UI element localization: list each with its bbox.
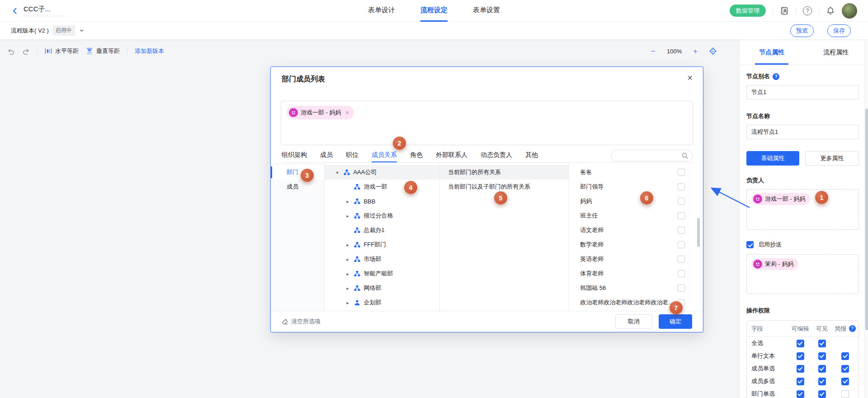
caret-right-icon[interactable]	[346, 213, 354, 218]
perm-checkbox-visible[interactable]	[818, 390, 826, 398]
contacts-icon[interactable]	[780, 6, 789, 15]
tree-item[interactable]: AAA公司	[325, 165, 439, 180]
caret-down-icon[interactable]	[336, 170, 344, 175]
tree-item[interactable]: 市场部	[325, 252, 439, 266]
member-checkbox[interactable]	[678, 227, 685, 234]
header-tab-3[interactable]: 表单设置	[473, 0, 500, 22]
tree-item[interactable]: 很过分合格	[325, 208, 439, 223]
scrollbar-thumb[interactable]	[865, 109, 868, 330]
tree-item[interactable]: 游戏一部	[325, 180, 439, 194]
caret-right-icon[interactable]	[346, 242, 354, 247]
modal-left-nav-item[interactable]: 部门	[271, 165, 324, 180]
remove-tag-icon[interactable]	[345, 110, 349, 116]
member-row[interactable]: 爸爸	[569, 165, 703, 180]
sidebar-tab-2[interactable]: 流程属性	[804, 40, 868, 65]
member-row[interactable]: 班主任	[569, 208, 703, 223]
perm-checkbox-visible[interactable]	[818, 365, 826, 373]
perm-checkbox-visible[interactable]	[818, 352, 826, 360]
perm-checkbox-digest[interactable]	[841, 365, 849, 373]
perm-checkbox-visible[interactable]	[818, 340, 826, 347]
caret-right-icon[interactable]	[346, 199, 354, 204]
perm-checkbox-editable[interactable]	[797, 378, 804, 385]
zoom-out-icon[interactable]	[651, 47, 656, 55]
perm-checkbox-editable[interactable]	[797, 365, 804, 373]
member-checkbox[interactable]	[678, 198, 685, 205]
tree-item[interactable]: 总裁办1	[325, 223, 439, 237]
header-tab-1[interactable]: 表单设计	[368, 0, 395, 22]
add-version-link[interactable]: 添加新版本	[135, 47, 164, 55]
tree-item[interactable]: FFF部门	[325, 237, 439, 252]
node-alias-input[interactable]	[746, 85, 859, 100]
horizontal-spacing-button[interactable]: 水平等距	[45, 47, 79, 55]
back-button[interactable]	[11, 7, 19, 15]
perm-checkbox-editable[interactable]	[797, 390, 804, 398]
caret-right-icon[interactable]	[346, 300, 354, 305]
perm-checkbox-editable[interactable]	[797, 352, 804, 360]
zoom-in-icon[interactable]	[693, 47, 698, 55]
member-row[interactable]: 语文老师	[569, 223, 703, 237]
help-icon[interactable]	[803, 6, 812, 15]
caret-right-icon[interactable]	[346, 286, 354, 291]
header-tab-2[interactable]: 流程设定	[420, 0, 448, 22]
perm-checkbox-editable[interactable]	[797, 340, 804, 347]
member-checkbox[interactable]	[678, 183, 685, 190]
tree-item[interactable]: BBB	[325, 194, 439, 208]
member-checkbox[interactable]	[678, 284, 685, 292]
cc-field[interactable]: 茉莉 - 妈妈	[746, 254, 859, 294]
help-icon[interactable]	[773, 73, 779, 80]
member-checkbox[interactable]	[678, 212, 685, 219]
clear-selection-button[interactable]: 清空所选项	[282, 317, 321, 326]
more-properties-button[interactable]: 更多属性	[805, 151, 859, 166]
member-row[interactable]: 英语老师	[569, 252, 703, 266]
perm-checkbox-digest[interactable]	[841, 390, 849, 398]
member-row[interactable]: 韩国福 56	[569, 281, 703, 295]
sidebar-tab-1[interactable]: 节点属性	[740, 40, 804, 65]
member-checkbox[interactable]	[678, 270, 685, 277]
locate-icon[interactable]	[709, 47, 717, 55]
modal-tab-6[interactable]: 外部联系人	[436, 149, 467, 162]
cancel-button[interactable]: 取消	[615, 314, 652, 329]
member-row[interactable]: 妈妈	[569, 194, 703, 208]
relation-item[interactable]: 当前部门的所有关系	[440, 165, 569, 180]
member-row[interactable]: 政治老师政治老师政治老师政治老...	[569, 295, 703, 310]
member-row[interactable]: 体育老师	[569, 266, 703, 281]
node-name-input[interactable]	[746, 125, 859, 139]
user-avatar[interactable]	[842, 3, 857, 19]
modal-tab-4[interactable]: 成员关系	[372, 149, 397, 162]
scrollbar-thumb[interactable]	[697, 218, 700, 247]
perm-checkbox-digest[interactable]	[841, 378, 849, 385]
save-button[interactable]: 保存	[827, 24, 851, 37]
basic-properties-button[interactable]: 基础属性	[746, 151, 799, 166]
tree-item[interactable]: 网络部	[325, 281, 439, 295]
owner-field[interactable]: 游戏一部 - 妈妈	[746, 189, 859, 230]
member-row[interactable]: 数学老师	[569, 237, 703, 252]
modal-tab-2[interactable]: 成员	[320, 149, 333, 162]
confirm-button[interactable]: 确定	[659, 314, 692, 329]
notification-bell-icon[interactable]	[826, 6, 835, 15]
relation-item[interactable]: 当前部门以及子部门的所有关系	[440, 180, 569, 194]
vertical-spacing-button[interactable]: 垂直等距	[86, 47, 120, 55]
preview-button[interactable]: 预览	[790, 24, 814, 37]
cc-checkbox[interactable]	[746, 241, 754, 248]
tree-item[interactable]: 企划部	[325, 295, 439, 310]
chevron-down-icon[interactable]	[79, 28, 84, 33]
modal-left-nav-item[interactable]: 成员	[271, 180, 324, 194]
member-row[interactable]: 部门领导	[569, 180, 703, 194]
caret-right-icon[interactable]	[346, 271, 354, 276]
modal-tab-3[interactable]: 职位	[346, 149, 359, 162]
member-checkbox[interactable]	[678, 256, 685, 263]
member-checkbox[interactable]	[678, 169, 685, 176]
selected-members-box[interactable]: 游戏一部 - 妈妈	[281, 101, 693, 145]
search-input[interactable]	[616, 152, 682, 159]
modal-tab-5[interactable]: 角色	[410, 149, 423, 162]
member-checkbox[interactable]	[678, 241, 685, 248]
redo-icon[interactable]	[22, 47, 30, 55]
undo-icon[interactable]	[7, 47, 15, 55]
caret-right-icon[interactable]	[346, 257, 354, 262]
perm-checkbox-visible[interactable]	[818, 378, 826, 385]
perm-checkbox-digest[interactable]	[841, 352, 849, 360]
help-icon[interactable]	[849, 325, 856, 332]
tree-item[interactable]: 智能产能部	[325, 266, 439, 281]
modal-tab-7[interactable]: 动态负责人	[481, 149, 512, 162]
modal-tab-8[interactable]: 其他	[525, 149, 538, 162]
